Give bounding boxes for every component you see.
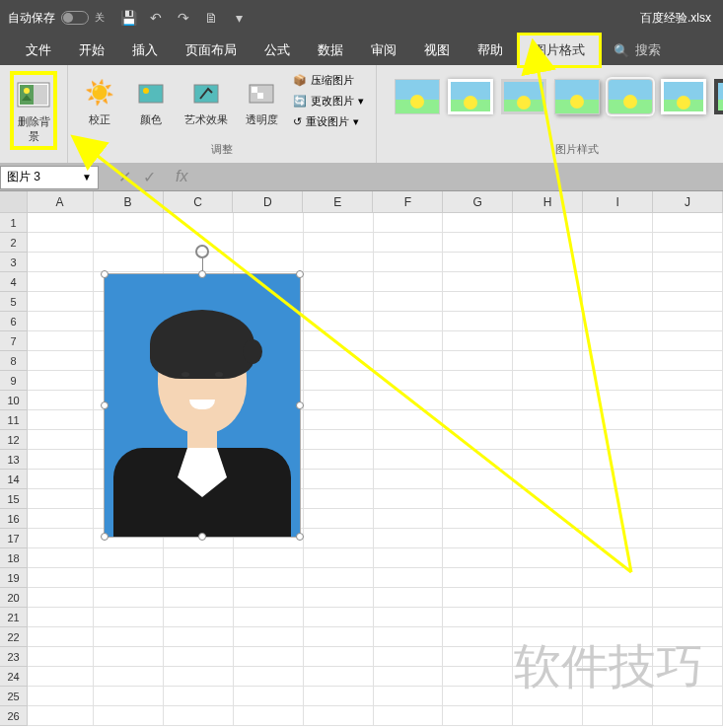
cell[interactable] xyxy=(374,253,444,271)
cell[interactable] xyxy=(443,213,513,232)
cell[interactable] xyxy=(653,331,723,350)
redo-icon[interactable]: ↷ xyxy=(176,10,191,26)
cell[interactable] xyxy=(304,529,374,547)
cell[interactable] xyxy=(443,292,513,311)
cell[interactable] xyxy=(374,548,444,567)
cell[interactable] xyxy=(583,529,653,547)
cell[interactable] xyxy=(94,213,164,232)
column-header[interactable]: D xyxy=(233,191,303,212)
cell[interactable] xyxy=(28,627,94,646)
menu-pagelayout[interactable]: 页面布局 xyxy=(172,36,251,65)
cell[interactable] xyxy=(28,371,94,390)
style-item[interactable] xyxy=(661,79,706,114)
cell[interactable] xyxy=(304,470,374,488)
cell[interactable] xyxy=(234,647,304,666)
cell[interactable] xyxy=(513,331,583,350)
cell[interactable] xyxy=(513,568,583,587)
cell[interactable] xyxy=(164,588,234,607)
cell[interactable] xyxy=(234,627,304,646)
cell[interactable] xyxy=(374,312,444,330)
style-item[interactable] xyxy=(395,79,440,114)
autosave-toggle[interactable]: 自动保存 关 xyxy=(8,10,105,27)
cell[interactable] xyxy=(443,509,513,528)
cell[interactable] xyxy=(94,667,164,686)
cell[interactable] xyxy=(443,489,513,508)
cell[interactable] xyxy=(234,667,304,686)
cell[interactable] xyxy=(164,608,234,626)
cell[interactable] xyxy=(583,430,653,449)
artistic-button[interactable]: 艺术效果 xyxy=(181,71,232,131)
cell[interactable] xyxy=(304,391,374,409)
cell[interactable] xyxy=(583,706,653,725)
cell[interactable] xyxy=(164,706,234,725)
cell[interactable] xyxy=(513,351,583,370)
row-header[interactable]: 3 xyxy=(0,253,28,272)
cell[interactable] xyxy=(304,687,374,705)
cell[interactable] xyxy=(28,529,94,547)
cell[interactable] xyxy=(28,568,94,587)
column-header[interactable]: H xyxy=(513,191,583,212)
resize-handle[interactable] xyxy=(101,401,108,409)
cell[interactable] xyxy=(304,608,374,626)
menu-file[interactable]: 文件 xyxy=(12,36,65,65)
cell[interactable] xyxy=(653,706,723,725)
cell[interactable] xyxy=(28,233,94,252)
cell[interactable] xyxy=(94,608,164,626)
cell[interactable] xyxy=(234,706,304,725)
cell[interactable] xyxy=(28,608,94,626)
row-header[interactable]: 18 xyxy=(0,548,28,568)
resize-handle[interactable] xyxy=(101,270,108,278)
resize-handle[interactable] xyxy=(198,533,206,541)
cell[interactable] xyxy=(94,253,164,271)
print-preview-icon[interactable]: 🗎 xyxy=(203,10,219,26)
menu-home[interactable]: 开始 xyxy=(65,36,118,65)
cell[interactable] xyxy=(374,213,444,232)
cell[interactable] xyxy=(28,430,94,449)
resize-handle[interactable] xyxy=(296,270,304,278)
cell[interactable] xyxy=(443,253,513,271)
cell[interactable] xyxy=(583,233,653,252)
row-header[interactable]: 19 xyxy=(0,568,28,588)
cell[interactable] xyxy=(164,667,234,686)
cell[interactable] xyxy=(304,588,374,607)
cell[interactable] xyxy=(304,667,374,686)
reset-button[interactable]: ↺重设图片▾ xyxy=(291,112,366,131)
cell[interactable] xyxy=(583,253,653,271)
cell[interactable] xyxy=(374,529,444,547)
row-header[interactable]: 9 xyxy=(0,371,28,391)
cell[interactable] xyxy=(653,548,723,567)
menu-review[interactable]: 审阅 xyxy=(357,36,410,65)
column-header[interactable]: C xyxy=(164,191,234,212)
cell[interactable] xyxy=(374,509,444,528)
cell[interactable] xyxy=(374,608,444,626)
cell[interactable] xyxy=(443,470,513,488)
cell[interactable] xyxy=(94,233,164,252)
cell[interactable] xyxy=(28,292,94,311)
cell[interactable] xyxy=(443,272,513,291)
cell[interactable] xyxy=(513,706,583,725)
cell[interactable] xyxy=(513,292,583,311)
cell[interactable] xyxy=(28,470,94,488)
cell[interactable] xyxy=(304,450,374,469)
cell[interactable] xyxy=(443,371,513,390)
cell[interactable] xyxy=(304,233,374,252)
color-button[interactable]: 颜色 xyxy=(129,71,173,131)
chevron-down-icon[interactable]: ▼ xyxy=(82,172,92,182)
cell[interactable] xyxy=(513,470,583,488)
cell[interactable] xyxy=(304,430,374,449)
cell[interactable] xyxy=(583,489,653,508)
cell[interactable] xyxy=(374,430,444,449)
cell[interactable] xyxy=(443,312,513,330)
cell[interactable] xyxy=(653,213,723,232)
cell[interactable] xyxy=(28,391,94,409)
cell[interactable] xyxy=(234,253,304,271)
cell[interactable] xyxy=(653,529,723,547)
cell[interactable] xyxy=(513,253,583,271)
cell[interactable] xyxy=(443,548,513,567)
cell[interactable] xyxy=(443,608,513,626)
cell[interactable] xyxy=(374,667,444,686)
cell[interactable] xyxy=(374,568,444,587)
cell[interactable] xyxy=(374,647,444,666)
cell[interactable] xyxy=(583,410,653,429)
cell[interactable] xyxy=(164,627,234,646)
